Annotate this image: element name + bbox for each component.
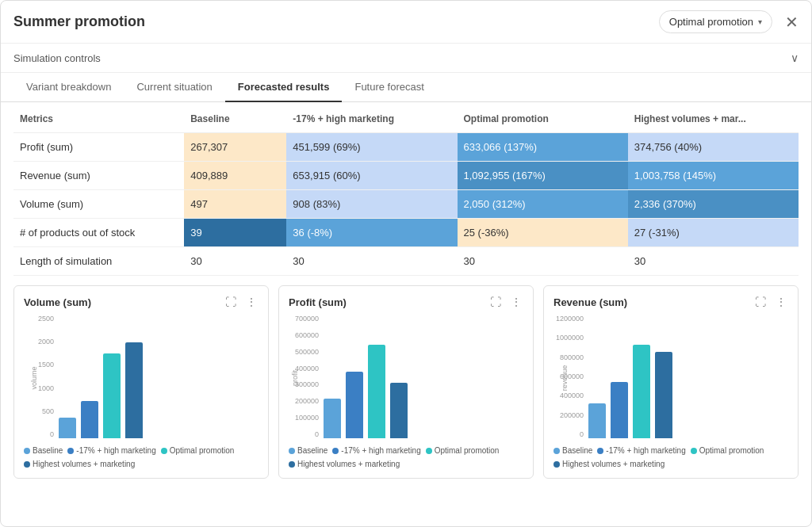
th-col4: Highest volumes + mar... [628, 105, 799, 133]
y-tick: 100000 [295, 414, 319, 422]
bar [633, 345, 650, 438]
profit-chart: Profit (sum) ⛶ ⋮ 70000060000050000040000… [278, 285, 534, 479]
tabs-container: Variant breakdown Current situation Fore… [1, 73, 811, 102]
y-tick: 1000 [38, 384, 54, 392]
legend-dot-icon [332, 448, 339, 454]
legend-label: Baseline [562, 446, 592, 455]
th-col2: -17% + high marketing [286, 105, 457, 133]
expand-icon[interactable]: ⛶ [488, 296, 503, 308]
y-tick: 200000 [295, 397, 319, 405]
tab-current-situation[interactable]: Current situation [124, 73, 224, 102]
chart-title: Profit (sum) [289, 296, 347, 308]
legend-dot-icon [289, 461, 295, 468]
legend-label: Highest volumes + marketing [33, 460, 135, 468]
bar [346, 372, 363, 438]
bar [390, 383, 408, 438]
cell-value: 374,756 (40%) [628, 133, 799, 162]
legend-item: Baseline [289, 446, 327, 455]
chart-title: Volume (sum) [24, 296, 91, 308]
legend-item: Optimal promotion [161, 446, 235, 455]
modal-header: Summer promotion Optimal promotion ▾ ✕ [1, 1, 811, 44]
bar [588, 403, 606, 438]
y-axis-label: revenue [561, 365, 569, 391]
bars-group [588, 335, 788, 438]
cell-value: 39 [184, 219, 286, 247]
more-options-icon[interactable]: ⋮ [774, 296, 788, 308]
simulation-chevron-icon[interactable]: ∨ [791, 52, 799, 64]
chart-legend: Baseline -17% + high marketing Optimal p… [553, 446, 788, 468]
cell-value: 30 [286, 247, 457, 276]
chart-actions: ⛶ ⋮ [488, 296, 523, 308]
legend-label: Highest volumes + marketing [562, 460, 665, 468]
cell-value: 30 [184, 247, 286, 276]
bar [655, 352, 672, 438]
expand-icon[interactable]: ⛶ [753, 296, 768, 308]
cell-value: 36 (-8%) [286, 219, 457, 247]
cell-value: 497 [184, 190, 286, 219]
tab-variant-breakdown[interactable]: Variant breakdown [13, 73, 124, 102]
modal-container: Summer promotion Optimal promotion ▾ ✕ S… [0, 0, 812, 527]
y-tick: 500 [42, 407, 54, 415]
charts-row: Volume (sum) ⛶ ⋮ 25002000150010005000 vo… [1, 276, 811, 488]
tab-future-forecast[interactable]: Future forecast [342, 73, 436, 102]
y-axis-label: volume [30, 366, 38, 389]
y-tick: 500000 [295, 348, 319, 356]
cell-value: 409,889 [184, 162, 286, 190]
chart-actions: ⛶ ⋮ [753, 296, 788, 308]
promotion-dropdown[interactable]: Optimal promotion ▾ [659, 10, 772, 33]
legend-label: -17% + high marketing [606, 446, 685, 455]
legend-label: -17% + high marketing [341, 446, 420, 455]
y-tick: 800000 [560, 353, 584, 361]
modal-title: Summer promotion [13, 13, 646, 30]
legend-label: Optimal promotion [699, 446, 764, 455]
bars-group [324, 335, 523, 438]
cell-value: 30 [628, 247, 799, 276]
y-tick: 0 [50, 430, 54, 438]
chart-area: 7000006000005000004000003000002000001000… [289, 315, 523, 441]
legend-item: Highest volumes + marketing [24, 460, 135, 468]
revenue-chart: Revenue (sum) ⛶ ⋮ 1200000100000080000060… [543, 285, 799, 479]
table-row: # of products out of stock3936 (-8%)25 (… [13, 219, 799, 247]
legend-dot-icon [691, 448, 697, 454]
legend-label: Optimal promotion [435, 446, 500, 455]
cell-value: 1,003,758 (145%) [628, 162, 799, 190]
chart-legend: Baseline -17% + high marketing Optimal p… [24, 446, 259, 468]
cell-value: 2,050 (312%) [458, 190, 628, 219]
y-axis-label: profit [291, 370, 299, 386]
y-axis: 25002000150010005000 [24, 315, 57, 438]
cell-value: 27 (-31%) [628, 219, 799, 247]
simulation-controls-label: Simulation controls [13, 52, 101, 64]
legend-dot-icon [553, 448, 560, 454]
y-tick: 1200000 [556, 315, 584, 323]
table-row: Length of simulation30303030 [13, 247, 799, 276]
legend-label: Baseline [33, 446, 63, 455]
bar [125, 342, 143, 438]
legend-label: Baseline [297, 446, 327, 455]
legend-label: Highest volumes + marketing [297, 460, 400, 468]
y-tick: 2500 [38, 315, 54, 323]
bars-group [59, 335, 259, 438]
bar [324, 399, 341, 438]
cell-metric: Revenue (sum) [13, 162, 184, 190]
more-options-icon[interactable]: ⋮ [244, 296, 259, 308]
legend-item: Highest volumes + marketing [289, 460, 400, 468]
chart-title: Revenue (sum) [553, 296, 627, 308]
y-tick: 0 [580, 430, 584, 438]
y-tick: 0 [315, 430, 319, 438]
th-col3: Optimal promotion [458, 105, 628, 133]
tab-forecasted-results[interactable]: Forecasted results [225, 73, 343, 102]
expand-icon[interactable]: ⛶ [224, 296, 238, 308]
legend-item: -17% + high marketing [67, 446, 155, 455]
volume-chart: Volume (sum) ⛶ ⋮ 25002000150010005000 vo… [13, 285, 269, 479]
legend-dot-icon [597, 448, 603, 454]
close-button[interactable]: ✕ [785, 14, 799, 30]
bar [611, 382, 628, 438]
table-row: Revenue (sum)409,889653,915 (60%)1,092,9… [13, 162, 799, 190]
cell-value: 633,066 (137%) [458, 133, 628, 162]
more-options-icon[interactable]: ⋮ [509, 296, 523, 308]
cell-value: 1,092,955 (167%) [458, 162, 628, 190]
cell-value: 30 [458, 247, 628, 276]
cell-value: 451,599 (69%) [286, 133, 457, 162]
th-metrics: Metrics [13, 105, 184, 133]
y-tick: 1500 [38, 361, 54, 369]
